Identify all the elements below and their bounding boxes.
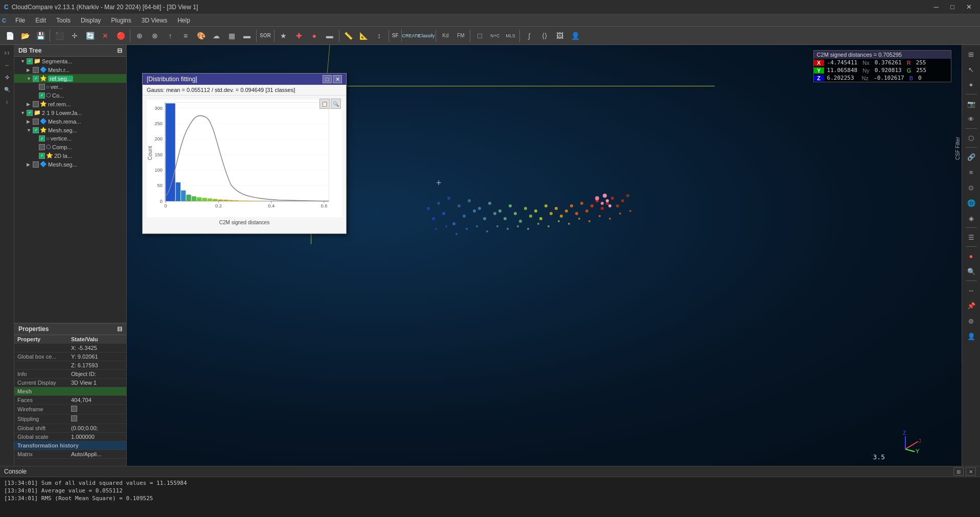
rt-diamond-btn[interactable]: ◈ [964,211,978,225]
rt-pick-btn[interactable]: ✦ [964,78,978,92]
rt-layers-btn[interactable]: ☰ [964,230,978,244]
select-btn[interactable]: ⬛ [52,29,66,43]
point-btn[interactable]: ● [307,29,322,43]
wireframe-checkbox[interactable] [71,406,77,412]
check-ver[interactable] [39,84,45,90]
rt-center-btn[interactable]: ⊙ [964,180,978,195]
menu-3dviews[interactable]: 3D Views [136,16,172,25]
tree-item-meshr[interactable]: ▶ 🔷 Mesh.r... [14,65,126,74]
bracket-btn[interactable]: ⟨⟩ [537,29,552,43]
rt-user-btn[interactable]: 👤 [964,329,978,343]
menu-edit[interactable]: Edit [30,16,51,25]
rt-stereo-btn[interactable]: 👁 [964,112,978,126]
colorize-btn[interactable]: 🎨 [194,29,208,43]
console-close-btn[interactable]: ✕ [966,467,976,476]
tree-item-refrem[interactable]: ▶ ⭐ ref.rem... [14,100,126,108]
menu-help[interactable]: Help [172,16,195,25]
pick-btn[interactable]: ★ [277,29,291,43]
dist-btn[interactable]: 📏 [341,29,356,43]
img-btn[interactable]: 🖼 [553,29,567,43]
rt-camera-btn[interactable]: 📷 [964,97,978,111]
primitive-btn[interactable]: ▬ [240,29,254,43]
tree-item-meshrema[interactable]: ▶ 🔷 Mesh.rema... [14,117,126,126]
menu-tools[interactable]: Tools [51,16,76,25]
move-btn[interactable]: ✛ [67,29,82,43]
tree-item-ver[interactable]: ▶ ○ ver... [14,83,126,91]
view-btn[interactable]: □ [472,29,487,43]
avatar-btn[interactable]: 👤 [568,29,582,43]
tree-item-2dla[interactable]: ▶ ✓ ⭐ 2D la... [14,151,126,160]
check-meshr[interactable] [33,67,39,73]
open-button[interactable]: 📂 [18,29,32,43]
chart-export-btn[interactable]: 📋 [320,99,330,109]
properties-collapse-icon[interactable]: ⊟ [117,325,122,333]
check-refrem[interactable] [33,101,39,107]
minimize-button[interactable]: ─ [929,2,943,13]
scalar-btn[interactable]: ≡ [178,29,193,43]
filter-btn[interactable]: ⊗ [148,29,162,43]
check-segmenta[interactable]: ✓ [27,58,33,64]
tree-item-219[interactable]: ▼ ✓ 📁 2 1 9 LowerJa... [14,108,126,117]
subsample-btn[interactable]: ⊕ [132,29,147,43]
kd-btn[interactable]: Kd [438,29,452,43]
translate-btn[interactable]: ↔ [2,59,13,70]
dist-close-btn[interactable]: ✕ [333,75,342,83]
rt-expand-btn[interactable]: ↔ [964,283,978,297]
tree-item-vertice[interactable]: ▶ ✓ ○ vertice... [14,134,126,143]
menu-display[interactable]: Display [76,16,106,25]
check-meshseg2[interactable] [33,161,39,168]
line-btn[interactable]: ▬ [323,29,337,43]
tree-item-refseg[interactable]: ▼ ✓ ⭐ ref.seg... [14,74,126,83]
check-meshrema[interactable] [33,119,39,125]
rt-pin-btn[interactable]: 📌 [964,298,978,313]
tree-item-meshseg[interactable]: ▼ ✓ ⭐ Mesh.seg... [14,126,126,134]
zoom-btn[interactable]: 🔍 [2,84,13,95]
tree-item-meshseg2[interactable]: ▶ 🔷 Mesh.seg... [14,160,126,169]
canupo-classify-btn[interactable]: Classify [419,29,434,43]
segment-btn[interactable]: 🔴 [113,29,128,43]
check-meshseg[interactable]: ✓ [33,127,39,133]
menu-file[interactable]: File [10,16,30,25]
save-button[interactable]: 💾 [33,29,48,43]
db-tree-collapse-icon[interactable]: ⊟ [117,47,122,54]
rt-globe-btn[interactable]: 🌐 [964,196,978,210]
chart-zoom-btn[interactable]: 🔍 [331,99,341,109]
check-219[interactable]: ✓ [27,110,33,116]
mls-btn[interactable]: MLS [503,29,517,43]
tree-item-comp[interactable]: ▶ ⬡ Comp... [14,143,126,151]
crosshair-btn[interactable]: ✚ [292,29,306,43]
rt-filter-btn[interactable]: 🔍 [964,264,978,278]
canupo-create-btn[interactable]: CREATE [404,29,418,43]
rt-circle-btn[interactable]: ⊚ [964,314,978,328]
center-btn[interactable]: ✜ [2,72,13,83]
ratio-btn[interactable]: 1:1 [2,47,13,58]
check-2dla[interactable]: ✓ [39,153,45,159]
check-refseg[interactable]: ✓ [33,76,39,82]
normal-btn[interactable]: ↑ [163,29,177,43]
viewport-3d[interactable]: C2M signed distances = 0.705295 X -4.745… [127,45,962,466]
tree-item-co[interactable]: ▶ ✓ ⬡ Co... [14,91,126,100]
rt-bubble-btn[interactable]: ⬡ [964,131,978,145]
check-vertice[interactable]: ✓ [39,135,45,142]
angle-btn[interactable]: 📐 [357,29,371,43]
cloud-btn[interactable]: ☁ [209,29,223,43]
rt-color-btn[interactable]: ● [964,249,978,263]
check-co[interactable]: ✓ [39,92,45,99]
rt-view-btn[interactable]: ⊞ [964,47,978,61]
nc-btn[interactable]: N+C [488,29,502,43]
menu-plugins[interactable]: Plugins [106,16,136,25]
fm-btn[interactable]: FM [453,29,468,43]
fit-btn[interactable]: ↕ [2,96,13,107]
maximize-button[interactable]: □ [945,2,960,13]
dist-maximize-btn[interactable]: □ [323,75,332,83]
rt-lock-btn[interactable]: 🔗 [964,150,978,164]
rt-grid-btn[interactable]: ≡ [964,165,978,179]
console-float-btn[interactable]: ⊞ [953,467,964,476]
rotate-btn[interactable]: 🔄 [83,29,97,43]
check-comp[interactable] [39,144,45,150]
tree-item-segmenta[interactable]: ▼ ✓ 📁 Segmenta... [14,57,126,65]
new-button[interactable]: 📄 [3,29,17,43]
delete-btn[interactable]: ✕ [98,29,112,43]
height-btn[interactable]: ↕ [372,29,386,43]
mesh-btn[interactable]: ▦ [224,29,239,43]
